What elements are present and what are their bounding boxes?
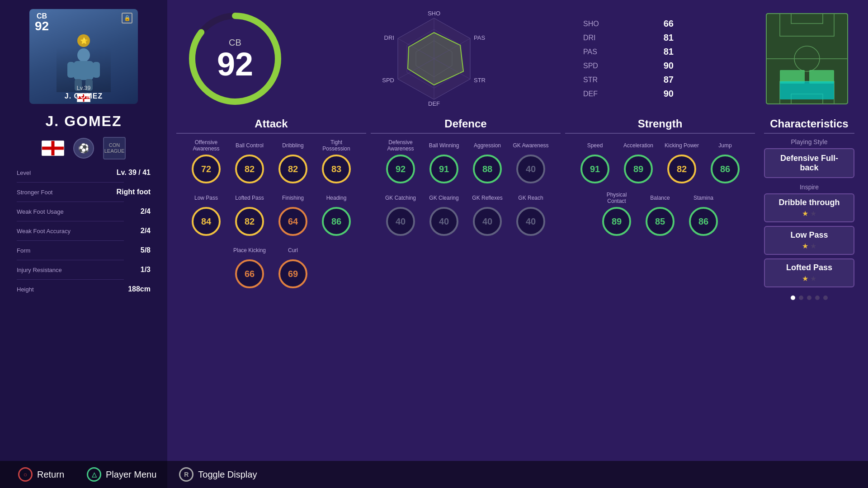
svg-text:STR: STR: [474, 77, 486, 84]
strength-title: Strength: [565, 117, 755, 134]
defence-section: Defence Defensive Awareness 92 Ball Winn…: [371, 117, 561, 300]
card-rating: 92: [35, 20, 49, 33]
weak-foot-acc-row: Weak Foot Accuracy 2/4: [17, 227, 151, 235]
skill-item: Physical Contact 89: [599, 191, 635, 236]
svg-text:DEF: DEF: [428, 100, 440, 107]
individual-stats: SHO 66 DRI 81 PAS 81 SPD 90 STR 87 DEF 9…: [583, 19, 674, 99]
skill-label: Finishing: [282, 191, 304, 205]
main-content: CB 92 SHO PAS: [167, 0, 868, 488]
rating-number: 92: [217, 46, 253, 82]
weak-foot-acc-value: 2/4: [141, 227, 151, 235]
pagination-dot[interactable]: [807, 296, 811, 300]
skill-label: GK Clearing: [429, 191, 458, 205]
form-value: 5/8: [141, 246, 151, 254]
str-val: 87: [664, 75, 674, 85]
skill-label: GK Reflexes: [472, 191, 502, 205]
weak-foot-usage-value: 2/4: [141, 207, 151, 216]
skill-circle: 88: [473, 155, 502, 183]
lock-icon: 🔒: [122, 13, 132, 23]
defence-skills-grid: Defensive Awareness 92 Ball Winning 91 A…: [371, 138, 561, 236]
pagination-dot[interactable]: [799, 296, 803, 300]
return-button[interactable]: ○ Return: [18, 467, 64, 482]
skill-label: Aggression: [474, 138, 501, 153]
skill-label: Dribbling: [282, 138, 303, 153]
skill-item: Kicking Power 82: [664, 138, 700, 183]
defence-title: Defence: [371, 117, 561, 134]
pagination-dot[interactable]: [823, 296, 828, 300]
skill-item: Jump 86: [707, 138, 743, 183]
rating-circle-container: CB 92: [185, 9, 285, 108]
card-position-rating: CB 92: [35, 13, 49, 33]
skill-item: Stamina 86: [685, 191, 722, 236]
str-row: STR 87: [583, 75, 674, 85]
skill-label: Low Pass: [194, 191, 218, 205]
injury-label: Injury Resistance: [17, 267, 62, 273]
strength-section: Strength Speed 91 Acceleration 89 Kickin…: [565, 117, 755, 300]
star-icon: ★: [802, 242, 808, 250]
str-label: STR: [583, 76, 598, 84]
svg-text:PAS: PAS: [474, 34, 485, 41]
def-val: 90: [664, 89, 674, 99]
inspire-item: Low Pass ★★: [764, 226, 854, 255]
skill-item: Tight Possession 83: [318, 138, 354, 183]
star-icon: ★: [810, 274, 816, 283]
pagination-dots: [791, 296, 828, 300]
dri-label: DRI: [583, 34, 596, 42]
star-icon: ★: [802, 209, 808, 218]
flags-clubs: ⚽ CONLEAGUE: [42, 137, 126, 160]
club-badge-1: ⚽: [73, 138, 94, 159]
injury-row: Injury Resistance 1/3: [17, 266, 151, 274]
weak-foot-usage-label: Weak Foot Usage: [17, 208, 64, 215]
skill-circle: 91: [429, 155, 458, 183]
attack-skills-grid: Offensive Awareness 72 Ball Control 82 D…: [176, 138, 366, 288]
sho-val: 66: [664, 19, 674, 29]
skill-circle: 40: [473, 207, 502, 236]
skill-circle: 40: [386, 207, 415, 236]
attack-title: Attack: [176, 117, 366, 134]
skill-label: Kicking Power: [665, 138, 699, 153]
card-player-name: J. GOMEZ: [65, 92, 103, 100]
toggle-display-label: Toggle Display: [198, 469, 257, 480]
def-label: DEF: [583, 90, 598, 98]
characteristics-title: Characteristics: [764, 117, 854, 134]
bottom-bar: ○ Return △ Player Menu R Toggle Display: [0, 461, 868, 488]
skill-item: Finishing 64: [275, 191, 311, 236]
skill-label: Ball Winning: [429, 138, 459, 153]
field-map-svg: [764, 11, 850, 106]
player-card: CB 92 🔒 ⭐ Lv.39 J. GOMEZ: [29, 9, 138, 104]
svg-text:SPD: SPD: [382, 77, 394, 84]
skill-circle: 82: [235, 155, 264, 183]
stronger-foot-row: Stronger Foot Right foot: [17, 188, 151, 196]
skill-label: Heading: [326, 191, 347, 205]
skill-circle: 86: [711, 155, 740, 183]
inspire-name: Low Pass: [790, 230, 828, 240]
skill-circle: 92: [386, 155, 415, 183]
skill-label: Balance: [650, 191, 670, 205]
pagination-dot[interactable]: [815, 296, 820, 300]
skill-item: Curl 69: [275, 243, 311, 288]
top-bar: CB 92 SHO PAS: [167, 0, 868, 117]
skill-item: Offensive Awareness 72: [188, 138, 224, 183]
skill-circle: 91: [580, 155, 609, 183]
skill-circle: 86: [689, 207, 718, 236]
skill-circle: 89: [624, 155, 653, 183]
player-menu-button[interactable]: △ Player Menu: [87, 467, 156, 482]
weak-foot-usage-row: Weak Foot Usage 2/4: [17, 207, 151, 216]
skill-item: Heading 86: [318, 191, 354, 236]
return-label: Return: [37, 469, 64, 480]
radar-container: SHO PAS STR DEF SPD DRI: [375, 9, 493, 108]
player-name-large: J. GOMEZ: [46, 113, 122, 130]
skill-item: Balance 85: [642, 191, 678, 236]
skill-item: Ball Control 82: [231, 138, 268, 183]
spd-val: 90: [664, 61, 674, 71]
pagination-dot[interactable]: [791, 296, 795, 300]
england-flag: [42, 141, 64, 156]
rating-circle-inner: CB 92: [217, 38, 253, 80]
skill-item: Defensive Awareness 92: [382, 138, 419, 183]
form-row: Form 5/8: [17, 246, 151, 254]
sho-label: SHO: [583, 20, 599, 28]
skill-label: Ball Control: [236, 138, 264, 153]
playing-style-badge: Defensive Full-back: [764, 148, 854, 178]
toggle-display-button[interactable]: R Toggle Display: [179, 467, 257, 482]
circle-icon: ○: [18, 467, 33, 482]
